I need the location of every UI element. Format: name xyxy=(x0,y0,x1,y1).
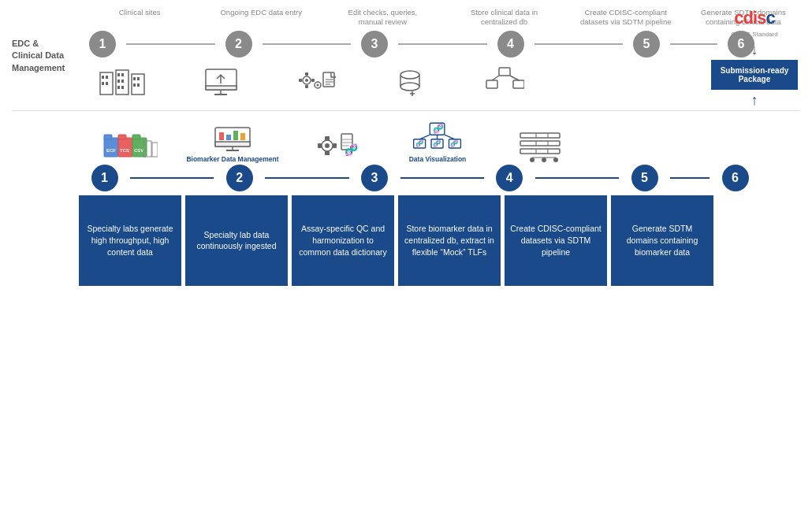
svg-rect-55 xyxy=(152,143,158,157)
svg-rect-15 xyxy=(133,83,136,87)
svg-text:🧬: 🧬 xyxy=(450,139,459,148)
svg-rect-92 xyxy=(520,149,560,154)
edc-connector-2-3 xyxy=(263,43,352,45)
svg-rect-26 xyxy=(299,79,302,82)
bottom-circle-5: 5 xyxy=(631,165,658,191)
edc-step-label-5: Create CDISC-compliant datasets via SDTM… xyxy=(579,8,673,28)
edc-connector-5-6 xyxy=(670,43,717,45)
svg-rect-63 xyxy=(240,133,245,140)
bottom-icon-3: 🧬 xyxy=(284,116,386,163)
svg-text:🧬: 🧬 xyxy=(433,139,441,148)
top-section: EDC & Clinical Data Management Clinical … xyxy=(12,8,800,104)
edc-circle-4: 4 xyxy=(497,31,524,57)
edc-connector-4-5 xyxy=(535,43,624,45)
cdisc-up-arrow: ↑ xyxy=(711,92,798,109)
edc-icon-3 xyxy=(268,66,363,98)
bottom-icon-5 xyxy=(489,116,591,163)
bottom-card-3-text: Assay-specific QC and harmonization to c… xyxy=(296,223,389,258)
svg-rect-61 xyxy=(226,135,231,140)
svg-rect-25 xyxy=(305,85,308,88)
edc-circle-1: 1 xyxy=(89,31,116,57)
svg-line-85 xyxy=(445,135,455,139)
edc-section-label: EDC & Clinical Data Management xyxy=(12,8,79,74)
edc-circle-3: 3 xyxy=(361,31,388,57)
data-vis-label: Data Visualization xyxy=(409,155,467,163)
bottom-card-3: Assay-specific QC and harmonization to c… xyxy=(292,195,394,286)
svg-text:CSV: CSV xyxy=(134,148,143,153)
svg-point-29 xyxy=(316,84,318,87)
edc-icons-row xyxy=(79,61,800,104)
bottom-icon-2: Biomarker Data Management xyxy=(181,116,284,163)
edc-circle-5: 5 xyxy=(633,31,660,57)
cdisc-area: cdisc CDISC Standard ↓ Submission-ready … xyxy=(711,8,798,109)
bottom-circles-row: 1 2 3 4 5 6 xyxy=(12,165,800,191)
edc-step-label-2: Ongoing EDC data entry xyxy=(214,8,308,28)
svg-rect-3 xyxy=(102,82,104,85)
svg-rect-49 xyxy=(118,135,126,139)
svg-rect-9 xyxy=(121,80,124,83)
biomarker-label: Biomarker Data Management xyxy=(186,155,278,163)
bottom-icon-4: 🧬 🧬 🧬 🧬 Data Visualization xyxy=(386,116,489,163)
cdisc-logo-container: cdisc xyxy=(711,8,798,28)
svg-rect-42 xyxy=(513,80,524,88)
bottom-card-5: Create CDISC-compliant datasets via SDTM… xyxy=(505,195,607,286)
svg-point-37 xyxy=(400,83,419,91)
bottom-circle-3: 3 xyxy=(361,165,388,191)
svg-rect-14 xyxy=(137,77,140,80)
cdisc-down-arrow: ↓ xyxy=(711,42,798,58)
svg-point-34 xyxy=(400,71,419,79)
svg-text:🧬: 🧬 xyxy=(415,139,424,148)
submission-ready-box: Submission-ready Package xyxy=(711,60,798,90)
svg-rect-24 xyxy=(305,72,308,76)
bottom-card-2: Specialty lab data continuously ingested xyxy=(185,195,288,286)
svg-text:🧬: 🧬 xyxy=(433,123,444,134)
svg-point-97 xyxy=(553,158,558,162)
svg-rect-40 xyxy=(499,68,510,76)
svg-rect-68 xyxy=(318,143,322,148)
bottom-card-6: Generate SDTM domains containing biomark… xyxy=(611,195,713,286)
bottom-circle-4: 4 xyxy=(496,165,523,191)
svg-line-44 xyxy=(510,76,519,80)
svg-rect-1 xyxy=(102,76,104,79)
svg-rect-62 xyxy=(233,131,238,140)
bottom-section: ECF TCS CSV xyxy=(12,116,800,286)
svg-rect-18 xyxy=(206,86,237,90)
svg-rect-52 xyxy=(132,135,140,139)
svg-rect-57 xyxy=(215,142,250,146)
svg-rect-89 xyxy=(520,141,560,146)
submission-ready-label: Submission-ready Package xyxy=(721,66,789,83)
svg-rect-67 xyxy=(325,151,330,155)
edc-icon-5 xyxy=(457,66,552,98)
cdisc-logo-c: c xyxy=(765,8,774,28)
svg-rect-16 xyxy=(137,83,140,87)
bottom-connector-2-3 xyxy=(265,177,348,179)
svg-point-96 xyxy=(542,158,546,162)
bottom-icons-outer: ECF TCS CSV xyxy=(12,116,800,163)
section-divider xyxy=(12,110,800,111)
edc-connector-1-2 xyxy=(126,43,215,45)
edc-connector-3-4 xyxy=(398,43,487,45)
svg-rect-66 xyxy=(325,136,330,140)
bottom-connector-4-5 xyxy=(535,177,619,179)
edc-icon-1 xyxy=(79,66,173,98)
svg-rect-11 xyxy=(121,86,124,89)
svg-text:TCS: TCS xyxy=(120,148,129,153)
bottom-card-6-text: Generate SDTM domains containing biomark… xyxy=(616,223,709,258)
edc-step-label-1: Clinical sites xyxy=(92,8,187,28)
svg-point-95 xyxy=(530,158,535,162)
svg-rect-10 xyxy=(117,86,120,89)
bottom-card-1: Specialty labs generate high throughput,… xyxy=(79,195,181,286)
edc-step-labels-row: Clinical sites Ongoing EDC data entry Ed… xyxy=(79,8,800,28)
bottom-circle-1: 1 xyxy=(91,165,118,191)
svg-rect-7 xyxy=(121,73,124,76)
bottom-connector-5-6 xyxy=(670,177,710,179)
main-container: EDC & Clinical Data Management Clinical … xyxy=(0,0,812,508)
bottom-circle-6: 6 xyxy=(722,165,749,191)
edc-circles-row: 1 2 3 4 5 6 xyxy=(79,31,800,57)
svg-rect-86 xyxy=(520,133,560,138)
bottom-card-1-text: Specialty labs generate high throughput,… xyxy=(84,223,177,258)
svg-rect-4 xyxy=(106,82,108,85)
svg-rect-46 xyxy=(104,135,112,139)
edc-icon-2 xyxy=(173,66,268,98)
svg-rect-45 xyxy=(104,138,118,157)
